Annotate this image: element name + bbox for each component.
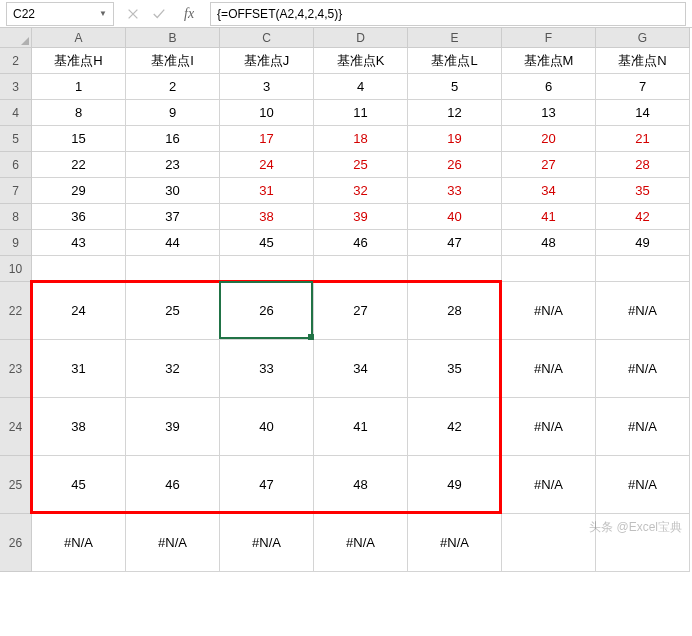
cell[interactable]: #N/A bbox=[596, 456, 690, 514]
cell[interactable]: 12 bbox=[408, 100, 502, 126]
cell[interactable]: 11 bbox=[314, 100, 408, 126]
cell[interactable]: 48 bbox=[314, 456, 408, 514]
cell[interactable]: 49 bbox=[596, 230, 690, 256]
cell[interactable]: 28 bbox=[596, 152, 690, 178]
row-header[interactable]: 23 bbox=[0, 340, 32, 398]
cell[interactable]: 40 bbox=[220, 398, 314, 456]
cell[interactable]: 20 bbox=[502, 126, 596, 152]
row-header[interactable]: 22 bbox=[0, 282, 32, 340]
cell[interactable]: 14 bbox=[596, 100, 690, 126]
column-header[interactable]: G bbox=[596, 28, 690, 48]
cell[interactable]: 8 bbox=[32, 100, 126, 126]
formula-input[interactable]: {=OFFSET(A2,4,2,4,5)} bbox=[210, 2, 686, 26]
row-header[interactable]: 25 bbox=[0, 456, 32, 514]
cell[interactable]: 32 bbox=[314, 178, 408, 204]
cell[interactable]: 31 bbox=[220, 178, 314, 204]
row-header[interactable]: 8 bbox=[0, 204, 32, 230]
cell[interactable]: 27 bbox=[502, 152, 596, 178]
cell[interactable]: 25 bbox=[126, 282, 220, 340]
cell[interactable]: 3 bbox=[220, 74, 314, 100]
cell[interactable]: 35 bbox=[596, 178, 690, 204]
cell[interactable]: 28 bbox=[408, 282, 502, 340]
cell[interactable] bbox=[596, 256, 690, 282]
cell[interactable]: #N/A bbox=[32, 514, 126, 572]
cell[interactable]: 5 bbox=[408, 74, 502, 100]
cell[interactable]: 21 bbox=[596, 126, 690, 152]
cell[interactable]: 31 bbox=[32, 340, 126, 398]
cell[interactable]: 24 bbox=[32, 282, 126, 340]
cell[interactable]: 2 bbox=[126, 74, 220, 100]
cell[interactable]: 15 bbox=[32, 126, 126, 152]
cell[interactable]: #N/A bbox=[220, 514, 314, 572]
cell[interactable]: 17 bbox=[220, 126, 314, 152]
row-header[interactable]: 3 bbox=[0, 74, 32, 100]
cell[interactable]: 7 bbox=[596, 74, 690, 100]
row-header[interactable]: 4 bbox=[0, 100, 32, 126]
cell[interactable]: #N/A bbox=[596, 398, 690, 456]
cell[interactable] bbox=[502, 256, 596, 282]
name-box-dropdown-icon[interactable]: ▼ bbox=[99, 9, 107, 18]
cell[interactable]: 基准点J bbox=[220, 48, 314, 74]
row-header[interactable]: 5 bbox=[0, 126, 32, 152]
cell[interactable]: 46 bbox=[314, 230, 408, 256]
column-header[interactable]: D bbox=[314, 28, 408, 48]
cell[interactable]: 44 bbox=[126, 230, 220, 256]
cell[interactable] bbox=[126, 256, 220, 282]
row-header[interactable]: 10 bbox=[0, 256, 32, 282]
cell[interactable]: #N/A bbox=[408, 514, 502, 572]
cell[interactable]: 41 bbox=[314, 398, 408, 456]
cell[interactable]: 10 bbox=[220, 100, 314, 126]
cell[interactable]: 36 bbox=[32, 204, 126, 230]
cell[interactable]: 16 bbox=[126, 126, 220, 152]
cell[interactable]: 25 bbox=[314, 152, 408, 178]
cell[interactable]: 4 bbox=[314, 74, 408, 100]
cell[interactable]: 26 bbox=[220, 282, 314, 340]
cell[interactable]: 40 bbox=[408, 204, 502, 230]
cell[interactable]: 22 bbox=[32, 152, 126, 178]
column-header[interactable]: B bbox=[126, 28, 220, 48]
cell[interactable]: 34 bbox=[502, 178, 596, 204]
cell[interactable]: 42 bbox=[408, 398, 502, 456]
cell[interactable]: 35 bbox=[408, 340, 502, 398]
row-header[interactable]: 6 bbox=[0, 152, 32, 178]
cell[interactable]: 6 bbox=[502, 74, 596, 100]
column-header[interactable]: C bbox=[220, 28, 314, 48]
cell[interactable]: 23 bbox=[126, 152, 220, 178]
name-box[interactable]: C22 ▼ bbox=[6, 2, 114, 26]
cell[interactable] bbox=[408, 256, 502, 282]
cell[interactable]: 基准点K bbox=[314, 48, 408, 74]
cell[interactable]: 30 bbox=[126, 178, 220, 204]
cell[interactable]: 1 bbox=[32, 74, 126, 100]
cell[interactable]: 29 bbox=[32, 178, 126, 204]
cell[interactable]: 基准点H bbox=[32, 48, 126, 74]
cell[interactable] bbox=[502, 514, 596, 572]
column-header[interactable]: A bbox=[32, 28, 126, 48]
cell[interactable]: 基准点L bbox=[408, 48, 502, 74]
cell[interactable]: 27 bbox=[314, 282, 408, 340]
row-header[interactable]: 24 bbox=[0, 398, 32, 456]
cell[interactable]: 41 bbox=[502, 204, 596, 230]
confirm-icon[interactable] bbox=[152, 7, 166, 21]
cell[interactable]: #N/A bbox=[596, 282, 690, 340]
cell[interactable]: 33 bbox=[408, 178, 502, 204]
cell[interactable]: 38 bbox=[32, 398, 126, 456]
cell[interactable]: #N/A bbox=[596, 340, 690, 398]
row-header[interactable]: 26 bbox=[0, 514, 32, 572]
cell[interactable]: 43 bbox=[32, 230, 126, 256]
fx-icon[interactable]: fx bbox=[178, 6, 200, 22]
cell[interactable]: 基准点M bbox=[502, 48, 596, 74]
cell[interactable]: 49 bbox=[408, 456, 502, 514]
cancel-icon[interactable] bbox=[126, 7, 140, 21]
row-header[interactable]: 9 bbox=[0, 230, 32, 256]
cell[interactable]: 基准点I bbox=[126, 48, 220, 74]
cell[interactable]: 47 bbox=[220, 456, 314, 514]
column-header[interactable]: E bbox=[408, 28, 502, 48]
cell[interactable]: 24 bbox=[220, 152, 314, 178]
cell[interactable]: 45 bbox=[220, 230, 314, 256]
cell[interactable]: 9 bbox=[126, 100, 220, 126]
cell[interactable]: 47 bbox=[408, 230, 502, 256]
row-header[interactable]: 7 bbox=[0, 178, 32, 204]
cell[interactable] bbox=[220, 256, 314, 282]
cell[interactable]: 37 bbox=[126, 204, 220, 230]
cell[interactable]: 33 bbox=[220, 340, 314, 398]
